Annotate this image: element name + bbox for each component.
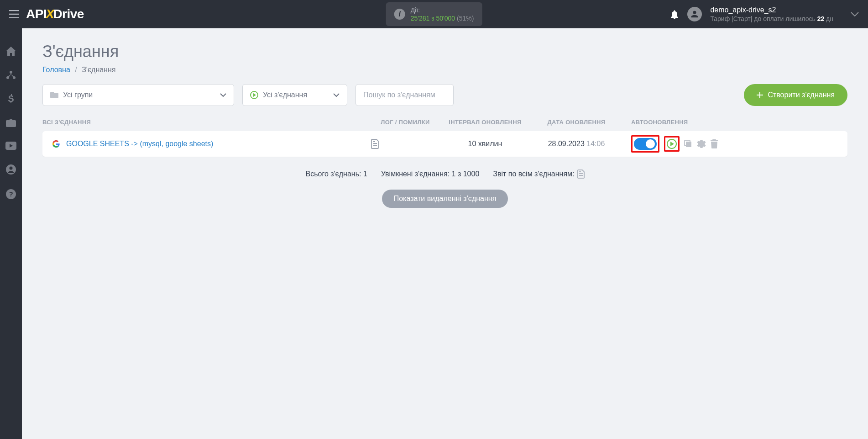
logo[interactable]: APIXDrive <box>26 7 84 21</box>
nav-billing-icon[interactable] <box>8 94 14 104</box>
plus-icon <box>757 92 763 98</box>
col-name: ВСІ З'ЄДНАННЯ <box>42 119 371 126</box>
col-date: ДАТА ОНОВЛЕННЯ <box>531 119 622 126</box>
chevron-down-icon[interactable] <box>851 12 859 16</box>
create-connection-button[interactable]: Створити з'єднання <box>744 84 847 106</box>
page-title: З'єднання <box>42 42 847 61</box>
menu-icon[interactable] <box>9 10 19 18</box>
controls-row: Усі групи Усі з'єднання Створити з'єднан… <box>42 84 847 106</box>
svg-point-0 <box>10 71 12 74</box>
col-auto: АВТООНОВЛЕННЯ <box>622 119 690 126</box>
breadcrumb: Головна / З'єднання <box>42 66 847 74</box>
highlight-toggle <box>631 135 659 153</box>
main-content: З'єднання Головна / З'єднання Усі групи … <box>22 28 868 439</box>
info-icon: i <box>394 9 405 20</box>
logo-text-pre: API <box>26 7 47 21</box>
chevron-down-icon <box>333 93 340 97</box>
user-name: demo_apix-drive_s2 <box>710 5 833 15</box>
summary-row: Всього з'єднань: 1 Увімкнені з'єднання: … <box>42 169 847 179</box>
document-icon[interactable] <box>577 169 585 179</box>
actions-values: 25'281 з 50'000 (51%) <box>411 14 474 22</box>
nav-youtube-icon[interactable] <box>5 142 16 150</box>
log-button[interactable] <box>371 139 439 149</box>
svg-rect-8 <box>686 142 691 147</box>
col-interval: ІНТЕРВАЛ ОНОВЛЕННЯ <box>439 119 531 126</box>
sidebar: ? <box>0 28 22 439</box>
groups-select[interactable]: Усі групи <box>42 84 234 106</box>
breadcrumb-home[interactable]: Головна <box>42 66 70 74</box>
topbar: APIXDrive i Дії: 25'281 з 50'000 (51%) d… <box>0 0 868 28</box>
nav-profile-icon[interactable] <box>6 164 16 175</box>
breadcrumb-current: З'єднання <box>82 66 115 74</box>
folder-icon <box>50 92 58 98</box>
delete-icon[interactable] <box>711 139 718 148</box>
interval-value: 10 хвилин <box>439 140 531 148</box>
svg-point-5 <box>10 167 13 170</box>
table-header: ВСІ З'ЄДНАННЯ ЛОГ / ПОМИЛКИ ІНТЕРВАЛ ОНО… <box>42 106 847 131</box>
document-icon <box>371 139 379 149</box>
chevron-down-icon <box>220 93 226 97</box>
col-log: ЛОГ / ПОМИЛКИ <box>371 119 439 126</box>
nav-connections-icon[interactable] <box>6 70 16 79</box>
status-select[interactable]: Усі з'єднання <box>242 84 347 106</box>
logo-text-post: Drive <box>53 7 84 21</box>
connection-row: GOOGLE SHEETS -> (mysql, google sheets) … <box>42 131 847 157</box>
date-value: 28.09.2023 14:06 <box>531 140 622 148</box>
user-menu[interactable]: demo_apix-drive_s2 Тариф |Старт| до опла… <box>710 5 833 23</box>
nav-briefcase-icon[interactable] <box>6 119 16 127</box>
settings-icon[interactable] <box>697 139 706 148</box>
connection-link[interactable]: GOOGLE SHEETS -> (mysql, google sheets) <box>66 140 213 148</box>
user-tariff: Тариф |Старт| до оплати лишилось 22 дн <box>710 15 833 23</box>
actions-label: Дії: <box>411 6 474 14</box>
summary-enabled: Увімкнені з'єднання: 1 з 1000 <box>381 169 479 179</box>
nav-help-icon[interactable]: ? <box>6 189 16 199</box>
copy-icon[interactable] <box>684 140 692 148</box>
run-now-button[interactable] <box>667 139 677 149</box>
nav-home-icon[interactable] <box>6 47 16 56</box>
search-input[interactable] <box>363 91 446 99</box>
highlight-play <box>664 136 680 152</box>
summary-report: Звіт по всім з'єднанням: <box>493 169 584 179</box>
search-input-wrap <box>356 84 454 106</box>
auto-update-toggle[interactable] <box>634 138 657 150</box>
show-deleted-button[interactable]: Показати видаленні з'єднання <box>382 190 508 208</box>
svg-text:?: ? <box>9 190 13 198</box>
google-icon <box>52 139 61 148</box>
avatar-icon[interactable] <box>687 7 702 21</box>
actions-counter[interactable]: i Дії: 25'281 з 50'000 (51%) <box>386 2 482 26</box>
summary-total: Всього з'єднань: 1 <box>305 169 367 179</box>
notifications-icon[interactable] <box>670 9 679 19</box>
play-icon <box>250 91 258 99</box>
